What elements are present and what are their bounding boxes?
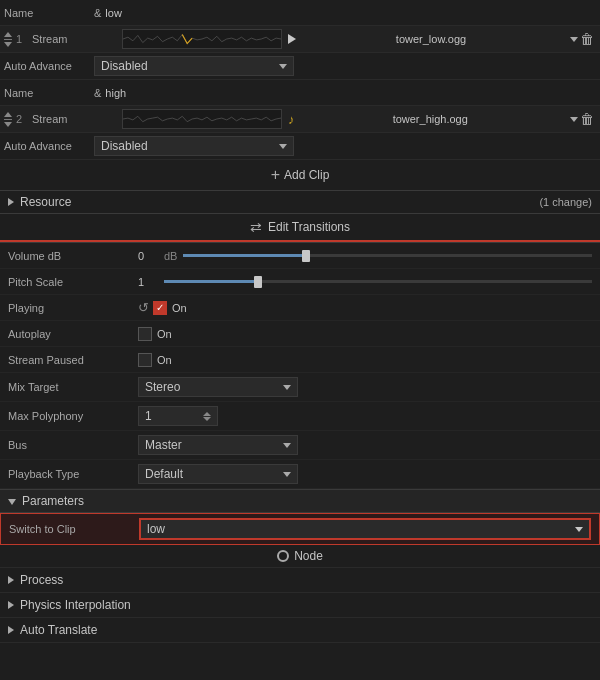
pitch-scale-fill [164,280,258,283]
edit-transitions-button[interactable]: ⇄ Edit Transitions [0,214,600,242]
ampersand-1: & [94,7,101,19]
autoplay-checkbox[interactable] [138,327,152,341]
node-circle-icon [277,550,289,562]
process-section[interactable]: Process [0,568,600,593]
switch-to-clip-text: low [147,522,165,536]
resource-label: Resource [20,195,539,209]
advance-value-1: Disabled [94,56,596,76]
parameters-title: Parameters [22,494,84,508]
playback-type-arrow [283,472,291,477]
refresh-icon[interactable]: ↺ [138,300,149,315]
down-arrow-icon-2[interactable] [4,122,12,127]
autoplay-row: Autoplay On [0,321,600,347]
physics-interpolation-section[interactable]: Physics Interpolation [0,593,600,618]
resource-row[interactable]: Resource (1 change) [0,190,600,214]
stepper-down-button[interactable] [203,417,211,421]
playing-checkbox[interactable] [153,301,167,315]
max-polyphony-stepper[interactable]: 1 [138,406,218,426]
volume-db-slider-container: 0 dB [138,250,592,262]
stream-paused-label: Stream Paused [8,354,138,366]
waveform-1 [122,29,282,49]
switch-to-clip-select[interactable]: low [139,518,591,540]
stream-dropdown-arrow-2[interactable] [570,117,578,122]
max-polyphony-row: Max Polyphony 1 [0,402,600,431]
bus-select[interactable]: Master [138,435,298,455]
stream-paused-checkbox[interactable] [138,353,152,367]
bus-arrow [283,443,291,448]
switch-to-clip-value: low [139,518,591,540]
playback-type-text: Default [145,467,183,481]
advance-label-2: Auto Advance [4,140,94,152]
stream-dropdown-arrow-1[interactable] [570,37,578,42]
volume-db-value: 0 dB [138,250,592,262]
name-value-2: & high [94,87,596,99]
name-label-1: Name [4,7,94,19]
delete-clip-1-button[interactable]: 🗑 [578,30,596,48]
auto-translate-section[interactable]: Auto Translate [0,618,600,643]
up-arrow-icon[interactable] [4,32,12,37]
clip-2-name-row: Name & high [0,80,600,106]
clip-1: Name & low 1 Stream [0,0,600,80]
parameters-section-header[interactable]: Parameters [0,489,600,513]
physics-interpolation-chevron-icon [8,601,14,609]
node-label: Node [294,549,323,563]
filename-1: tower_low.ogg [302,33,560,45]
playback-type-label: Playback Type [8,468,138,480]
volume-db-track[interactable] [183,254,592,257]
playback-type-select[interactable]: Default [138,464,298,484]
stepper-up-button[interactable] [203,412,211,416]
clip-2-reorder[interactable] [4,112,12,127]
up-arrow-icon-2[interactable] [4,112,12,117]
pitch-scale-thumb[interactable] [254,276,262,288]
playing-checkbox-container: On [153,301,187,315]
stream-paused-on-text: On [157,354,172,366]
volume-db-unit: dB [164,250,177,262]
pitch-scale-track[interactable] [164,280,592,283]
plus-icon: + [271,166,280,184]
pitch-scale-number: 1 [138,276,158,288]
autoplay-on-text: On [157,328,172,340]
mix-target-label: Mix Target [8,381,138,393]
playing-value: ↺ On [138,300,592,315]
stream-value-2: ♪ tower_high.ogg [122,109,578,129]
handle-line [4,39,12,40]
clip-1-advance-row: Auto Advance Disabled [0,53,600,80]
stream-paused-row: Stream Paused On [0,347,600,373]
stepper-arrows [203,412,211,421]
clip-number-1: 1 [16,33,32,45]
handle-line-2 [4,119,12,120]
advance-text-2: Disabled [101,139,148,153]
volume-db-thumb[interactable] [302,250,310,262]
auto-translate-label: Auto Translate [20,623,97,637]
waveform-2 [122,109,282,129]
name-label-2: Name [4,87,94,99]
stream-paused-value: On [138,353,592,367]
clip-1-reorder[interactable] [4,32,12,47]
advance-select-1[interactable]: Disabled [94,56,294,76]
ampersand-2: & [94,87,101,99]
add-clip-label: Add Clip [284,168,329,182]
mix-target-value: Stereo [138,377,592,397]
play-icon-1[interactable] [288,34,296,44]
name-text-2: high [105,87,126,99]
clip-2: Name & high 2 Stream ♪ tow [0,80,600,160]
playback-type-row: Playback Type Default [0,460,600,489]
pitch-scale-label: Pitch Scale [8,276,138,288]
max-polyphony-value: 1 [138,406,592,426]
advance-select-2[interactable]: Disabled [94,136,294,156]
volume-db-row: Volume dB 0 dB [0,243,600,269]
add-clip-button[interactable]: + Add Clip [0,160,600,190]
name-text-1: low [105,7,122,19]
mix-target-arrow [283,385,291,390]
advance-arrow-1 [279,64,287,69]
mix-target-row: Mix Target Stereo [0,373,600,402]
transitions-icon: ⇄ [250,219,262,235]
advance-text-1: Disabled [101,59,148,73]
playing-row: Playing ↺ On [0,295,600,321]
advance-arrow-2 [279,144,287,149]
max-polyphony-number: 1 [145,409,152,423]
mix-target-select[interactable]: Stereo [138,377,298,397]
playing-label: Playing [8,302,138,314]
down-arrow-icon[interactable] [4,42,12,47]
delete-clip-2-button[interactable]: 🗑 [578,110,596,128]
